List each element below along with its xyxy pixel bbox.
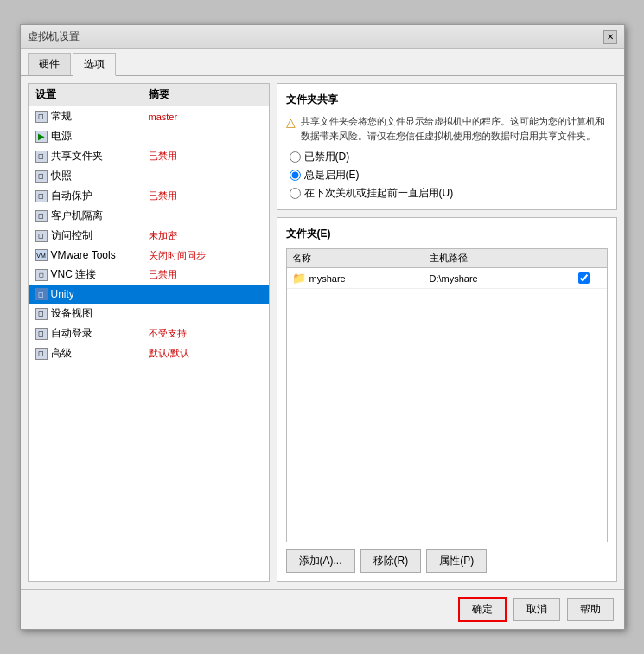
- radio-always[interactable]: 总是启用(E): [290, 168, 608, 183]
- dialog-title: 虚拟机设置: [28, 29, 80, 44]
- radio-disabled-label: 已禁用(D): [304, 150, 350, 164]
- settings-row-vmware-tools[interactable]: VM VMware Tools 关闭时间同步: [29, 246, 269, 265]
- general-value: master: [149, 112, 262, 122]
- folder-name-cell: 📁 myshare: [292, 272, 430, 285]
- warning-row: △ 共享文件夹会将您的文件显示给虚拟机中的程序。这可能为您的计算机和数据带来风险…: [286, 114, 608, 143]
- file-sharing-section: 文件夹共享 △ 共享文件夹会将您的文件显示给虚拟机中的程序。这可能为您的计算机和…: [277, 83, 617, 210]
- folder-buttons: 添加(A)... 移除(R) 属性(P): [286, 549, 608, 573]
- autoprotect-icon: ◻: [35, 190, 48, 202]
- advanced-label: 高级: [51, 346, 72, 361]
- vm-settings-dialog: 虚拟机设置 ✕ 硬件 选项 设置 摘要 ◻ 常规 master: [20, 24, 625, 630]
- device-view-icon: ◻: [35, 308, 48, 320]
- content-area: 设置 摘要 ◻ 常规 master ▶ 电源: [21, 76, 624, 589]
- vmware-tools-label: VMware Tools: [51, 249, 116, 261]
- radio-until-shutdown-label: 在下次关机或挂起前一直启用(U): [304, 186, 454, 201]
- folder-section: 文件夹(E) 名称 主机路径 📁 myshare D:\myshare: [277, 217, 617, 582]
- advanced-icon: ◻: [35, 348, 48, 360]
- access-control-label: 访问控制: [51, 228, 92, 243]
- settings-row-snapshot[interactable]: ◻ 快照: [29, 166, 269, 186]
- bottom-bar: 确定 取消 帮助: [21, 589, 624, 629]
- access-control-icon: ◻: [35, 230, 48, 242]
- vmware-tools-value: 关闭时间同步: [149, 249, 262, 262]
- vmware-tools-icon: VM: [35, 249, 48, 261]
- file-sharing-title: 文件夹共享: [286, 93, 608, 107]
- table-row[interactable]: 📁 myshare D:\myshare: [287, 268, 607, 289]
- access-control-value: 未加密: [149, 229, 262, 242]
- unity-label: Unity: [51, 288, 74, 300]
- guest-isolation-icon: ◻: [35, 210, 48, 222]
- shared-folders-value: 已禁用: [149, 150, 262, 163]
- radio-always-input[interactable]: [290, 170, 301, 181]
- snapshot-label: 快照: [51, 169, 72, 183]
- folder-icon: 📁: [292, 272, 306, 285]
- radio-disabled[interactable]: 已禁用(D): [290, 150, 608, 164]
- autologin-value: 不受支持: [149, 327, 262, 340]
- advanced-value: 默认/默认: [149, 347, 262, 360]
- settings-row-guest-isolation[interactable]: ◻ 客户机隔离: [29, 206, 269, 226]
- warning-icon: △: [286, 115, 296, 143]
- settings-row-vnc[interactable]: ◻ VNC 连接 已禁用: [29, 265, 269, 285]
- col-path: 主机路径: [430, 252, 567, 265]
- general-icon: ◻: [35, 111, 48, 123]
- properties-button[interactable]: 属性(P): [426, 549, 487, 573]
- settings-row-shared-folders[interactable]: ◻ 共享文件夹 已禁用: [29, 146, 269, 166]
- autoprotect-label: 自动保护: [51, 189, 92, 203]
- title-bar: 虚拟机设置 ✕: [21, 25, 624, 49]
- autoprotect-value: 已禁用: [149, 189, 262, 202]
- right-panel: 文件夹共享 △ 共享文件夹会将您的文件显示给虚拟机中的程序。这可能为您的计算机和…: [277, 83, 617, 582]
- radio-disabled-input[interactable]: [290, 151, 301, 163]
- add-button[interactable]: 添加(A)...: [286, 549, 355, 573]
- guest-isolation-label: 客户机隔离: [51, 208, 103, 223]
- shared-folders-label: 共享文件夹: [51, 149, 103, 164]
- folder-table: 名称 主机路径 📁 myshare D:\myshare: [286, 248, 608, 542]
- settings-row-general[interactable]: ◻ 常规 master: [29, 106, 269, 126]
- shared-folders-icon: ◻: [35, 151, 48, 163]
- folder-path: D:\myshare: [430, 273, 567, 284]
- close-button[interactable]: ✕: [603, 30, 617, 44]
- tab-options[interactable]: 选项: [73, 53, 116, 76]
- warning-text: 共享文件夹会将您的文件显示给虚拟机中的程序。这可能为您的计算机和数据带来风险。请…: [301, 114, 608, 143]
- col-summary: 摘要: [149, 87, 262, 102]
- remove-button[interactable]: 移除(R): [360, 549, 422, 573]
- vnc-icon: ◻: [35, 269, 48, 281]
- unity-icon: ◻: [35, 288, 48, 300]
- tab-hardware[interactable]: 硬件: [28, 53, 71, 75]
- sharing-radio-group: 已禁用(D) 总是启用(E) 在下次关机或挂起前一直启用(U): [290, 150, 608, 201]
- settings-row-autoprotect[interactable]: ◻ 自动保护 已禁用: [29, 186, 269, 206]
- autologin-label: 自动登录: [51, 326, 92, 341]
- help-button[interactable]: 帮助: [567, 598, 614, 621]
- folder-section-title: 文件夹(E): [286, 227, 608, 241]
- power-label: 电源: [51, 129, 72, 144]
- folder-enabled-checkbox[interactable]: [578, 272, 590, 284]
- settings-list: 设置 摘要 ◻ 常规 master ▶ 电源: [28, 83, 270, 582]
- folder-table-header: 名称 主机路径: [287, 249, 607, 268]
- snapshot-icon: ◻: [35, 170, 48, 183]
- folder-enabled-cell: [567, 272, 602, 284]
- col-settings: 设置: [35, 87, 149, 102]
- general-label: 常规: [51, 109, 72, 124]
- power-icon: ▶: [35, 131, 48, 143]
- col-enabled: [567, 252, 602, 265]
- radio-always-label: 总是启用(E): [304, 168, 360, 183]
- tab-bar: 硬件 选项: [21, 49, 624, 76]
- ok-button[interactable]: 确定: [458, 597, 507, 622]
- settings-row-unity[interactable]: ◻ Unity: [29, 285, 269, 304]
- settings-header: 设置 摘要: [29, 84, 269, 106]
- settings-row-power[interactable]: ▶ 电源: [29, 126, 269, 146]
- cancel-button[interactable]: 取消: [513, 598, 560, 621]
- col-name: 名称: [292, 252, 430, 265]
- folder-name: myshare: [309, 273, 346, 284]
- vnc-value: 已禁用: [149, 268, 262, 281]
- radio-until-shutdown-input[interactable]: [290, 188, 301, 199]
- settings-row-device-view[interactable]: ◻ 设备视图: [29, 304, 269, 324]
- settings-row-access-control[interactable]: ◻ 访问控制 未加密: [29, 226, 269, 246]
- vnc-label: VNC 连接: [51, 267, 97, 282]
- device-view-label: 设备视图: [51, 306, 92, 321]
- settings-row-autologin[interactable]: ◻ 自动登录 不受支持: [29, 324, 269, 343]
- radio-until-shutdown[interactable]: 在下次关机或挂起前一直启用(U): [290, 186, 608, 201]
- autologin-icon: ◻: [35, 328, 48, 340]
- settings-row-advanced[interactable]: ◻ 高级 默认/默认: [29, 343, 269, 363]
